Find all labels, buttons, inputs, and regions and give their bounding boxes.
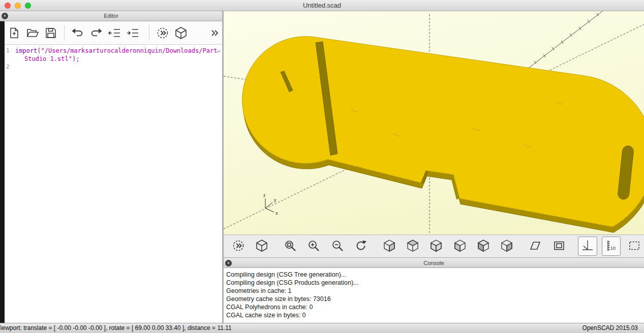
view-left-icon xyxy=(453,239,467,254)
code-text: Studio 1.stl"); xyxy=(20,55,79,63)
window-title: Untitled.scad xyxy=(0,2,644,9)
open-file-button[interactable] xyxy=(23,23,42,43)
reset-view-icon xyxy=(354,239,367,254)
view-bottom-button[interactable] xyxy=(427,237,446,256)
show-scale-markers-toggle[interactable]: 10 xyxy=(602,237,621,256)
zoom-in-icon xyxy=(307,239,320,254)
open-folder-icon xyxy=(26,26,39,40)
editor-pane: × Editor 1 import("/Users/marksarturocal… xyxy=(0,11,222,323)
console-line: CGAL Polyhedrons in cache: 0 xyxy=(226,303,644,311)
zoom-out-button[interactable] xyxy=(328,237,347,256)
app-version-text: OpenSCAD 2015.03 xyxy=(582,324,638,331)
reset-view-button[interactable] xyxy=(351,237,370,256)
save-floppy-icon xyxy=(44,26,57,40)
preview-button[interactable] xyxy=(154,23,172,43)
status-bar: Viewport: translate = [ -0.00 -0.00 -0.0… xyxy=(0,323,644,333)
save-button[interactable] xyxy=(42,23,60,43)
console-line: Geometries in cache: 1 xyxy=(226,287,644,295)
right-pane: z x y 10 xyxy=(224,11,644,323)
macos-titlebar: Untitled.scad xyxy=(0,0,644,11)
view-bottom-icon xyxy=(430,239,443,254)
view-left-button[interactable] xyxy=(450,237,469,256)
console-line: Compiling design (CSG Tree generation)..… xyxy=(226,271,644,279)
scale-markers-icon: 10 xyxy=(604,239,618,254)
toolbar-separator xyxy=(64,25,65,41)
console-title: Console xyxy=(224,260,644,266)
render-cube-icon xyxy=(255,239,268,254)
string-literal: ("/Users/marksarturocalderonniquin/Downl… xyxy=(37,47,217,54)
code-line: 1 import("/Users/marksarturocalderonniqu… xyxy=(0,47,222,55)
render-cube-icon xyxy=(174,26,188,40)
toolbar-overflow-button[interactable] xyxy=(209,23,221,43)
console-header: × Console xyxy=(224,257,644,268)
code-editor[interactable]: 1 import("/Users/marksarturocalderonniqu… xyxy=(0,45,222,323)
x-axis-label: x xyxy=(275,211,278,216)
code-text: import("/Users/marksarturocalderonniquin… xyxy=(11,47,217,55)
unindent-icon xyxy=(108,26,121,40)
view-right-icon xyxy=(383,239,396,254)
new-file-button[interactable] xyxy=(5,23,23,43)
viewport-toolbar: 10 xyxy=(224,235,644,257)
show-edges-toggle[interactable] xyxy=(625,237,644,256)
preview-icon xyxy=(232,239,245,254)
view-back-button[interactable] xyxy=(498,237,516,256)
show-crosshairs-toggle[interactable] xyxy=(578,237,597,256)
redo-icon xyxy=(89,26,103,40)
zoom-all-icon xyxy=(284,239,297,254)
zoom-all-button[interactable] xyxy=(281,237,299,256)
scale-ten-label: 10 xyxy=(610,246,616,251)
view-front-button[interactable] xyxy=(474,237,493,256)
redo-button[interactable] xyxy=(87,23,105,43)
chevron-double-right-icon xyxy=(210,28,220,38)
preview-button[interactable] xyxy=(229,237,248,256)
crosshairs-icon xyxy=(581,239,594,254)
undo-icon xyxy=(71,26,84,40)
editor-header: × Editor xyxy=(0,11,222,21)
model-mesh xyxy=(242,37,644,227)
preview-icon xyxy=(156,26,169,40)
new-file-icon xyxy=(8,26,21,40)
zoom-out-icon xyxy=(331,239,344,254)
code-text xyxy=(11,63,15,71)
view-top-button[interactable] xyxy=(404,237,422,256)
scale-ruler xyxy=(525,11,604,71)
view-back-icon xyxy=(500,239,513,254)
viewport-canvas: z x y xyxy=(224,11,644,235)
keyword-import: import xyxy=(15,47,37,54)
orthogonal-icon xyxy=(553,239,566,254)
editor-title: Editor xyxy=(0,13,222,19)
screen-edge-gap xyxy=(0,21,5,323)
console-output[interactable]: Compiling design (CSG Tree generation)..… xyxy=(224,268,644,323)
indent-button[interactable] xyxy=(124,23,142,43)
view-top-icon xyxy=(406,239,419,254)
line-wrap-icon: ↵ xyxy=(217,47,220,55)
render-button[interactable] xyxy=(172,23,190,43)
console-line: Geometry cache size in bytes: 73016 xyxy=(226,295,644,303)
console-line: CGAL cache size in bytes: 0 xyxy=(226,311,644,319)
unindent-button[interactable] xyxy=(105,23,124,43)
perspective-view-button[interactable] xyxy=(526,237,545,256)
editor-toolbar xyxy=(0,21,222,45)
y-axis-label: y xyxy=(274,197,277,203)
console-pane: × Console Compiling design (CSG Tree gen… xyxy=(224,257,644,323)
perspective-icon xyxy=(529,239,542,254)
render-button[interactable] xyxy=(252,237,271,256)
code-line: 2 xyxy=(0,63,222,71)
orthogonal-view-button[interactable] xyxy=(549,237,568,256)
indent-icon xyxy=(126,26,139,40)
viewport-status-text: Viewport: translate = [ -0.00 -0.00 -0.0… xyxy=(0,324,232,331)
undo-button[interactable] xyxy=(69,23,87,43)
console-line: Compiling design (CSG Products generatio… xyxy=(226,279,644,287)
toolbar-separator xyxy=(149,25,149,41)
view-front-icon xyxy=(477,239,490,254)
openscad-window: Untitled.scad × Editor 1 import("/U xyxy=(0,0,644,333)
z-axis-label: z xyxy=(263,193,266,198)
code-line-wrapped: Studio 1.stl"); xyxy=(0,55,222,63)
dashed-rect-icon xyxy=(628,239,641,254)
3d-viewport[interactable]: z x y xyxy=(224,11,644,235)
view-right-button[interactable] xyxy=(380,237,398,256)
zoom-in-button[interactable] xyxy=(304,237,323,256)
